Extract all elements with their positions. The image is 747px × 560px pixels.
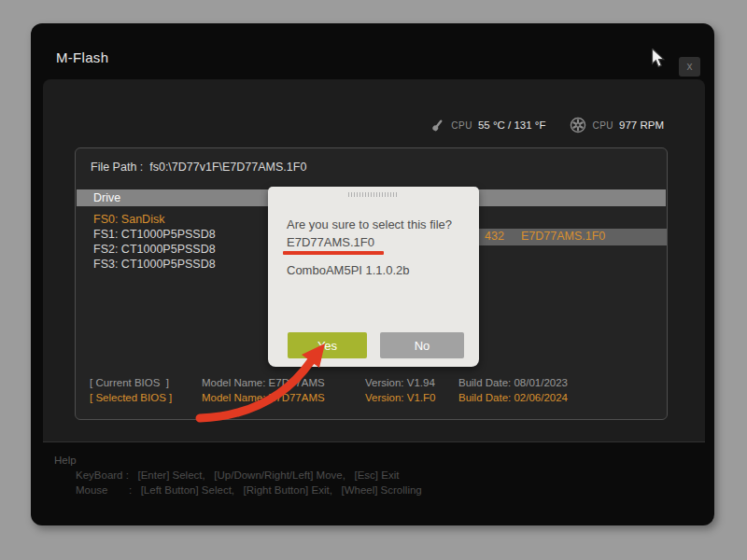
cpu-temp-group: CPU 55 °C / 131 °F xyxy=(429,117,545,133)
cpu-temp-value: 55 °C / 131 °F xyxy=(478,119,545,131)
file-name: E7D77AMS.1F0 xyxy=(521,230,605,243)
page-title: M-Flash xyxy=(56,49,108,65)
status-bar: CPU 55 °C / 131 °F xyxy=(429,117,664,133)
thermometer-icon xyxy=(429,117,445,133)
current-bios-build: Build Date: 08/01/2023 xyxy=(458,377,659,388)
no-button[interactable]: No xyxy=(380,332,464,358)
help-title: Help xyxy=(54,455,77,466)
dialog-drag-handle[interactable] xyxy=(348,192,399,197)
dialog-subtext: ComboAM5PI 1.1.0.2b xyxy=(287,263,410,277)
yes-button[interactable]: Yes xyxy=(288,332,367,358)
confirm-dialog: Are you sure to select this file? E7D77A… xyxy=(268,187,479,367)
cpu-temp-label: CPU xyxy=(451,120,472,131)
cpu-fan-group: CPU 977 RPM xyxy=(570,117,664,133)
page-background: { "window": { "title": "M-Flash", "close… xyxy=(0,0,747,560)
cpu-fan-label: CPU xyxy=(592,120,613,131)
bios-info-current: [ Current BIOS ] Model Name: E7D77AMS Ve… xyxy=(90,377,659,388)
help-mouse-line: Mouse : [Left Button] Select, [Right But… xyxy=(76,484,422,496)
cpu-fan-value: 977 RPM xyxy=(619,119,664,131)
selected-bios-version: Version: V1.F0 xyxy=(365,392,458,403)
selected-bios-model: Model Name: E7D77AMS xyxy=(202,392,365,403)
filename-underline-annotation xyxy=(283,251,384,255)
dialog-filename: E7D77AMS.1F0 xyxy=(287,235,374,249)
current-bios-version: Version: V1.94 xyxy=(365,377,458,388)
fan-icon xyxy=(570,117,586,133)
selected-bios-build: Build Date: 02/06/2024 xyxy=(458,392,659,403)
dialog-question: Are you sure to select this file? xyxy=(287,217,452,231)
footer-divider xyxy=(43,441,705,442)
selected-bios-label: [ Selected BIOS ] xyxy=(90,392,202,403)
current-bios-model: Model Name: E7D77AMS xyxy=(202,377,365,388)
bios-info-selected: [ Selected BIOS ] Model Name: E7D77AMS V… xyxy=(90,392,659,403)
file-path: File Path : fs0:\7D77v1F\E7D77AMS.1F0 xyxy=(91,161,306,174)
file-size: 432 xyxy=(485,230,511,243)
help-keyboard-line: KeyBoard : [Enter] Select, [Up/Down/Righ… xyxy=(76,469,399,481)
current-bios-label: [ Current BIOS ] xyxy=(90,377,202,388)
close-button[interactable]: x xyxy=(679,57,700,77)
close-icon: x xyxy=(687,60,693,73)
